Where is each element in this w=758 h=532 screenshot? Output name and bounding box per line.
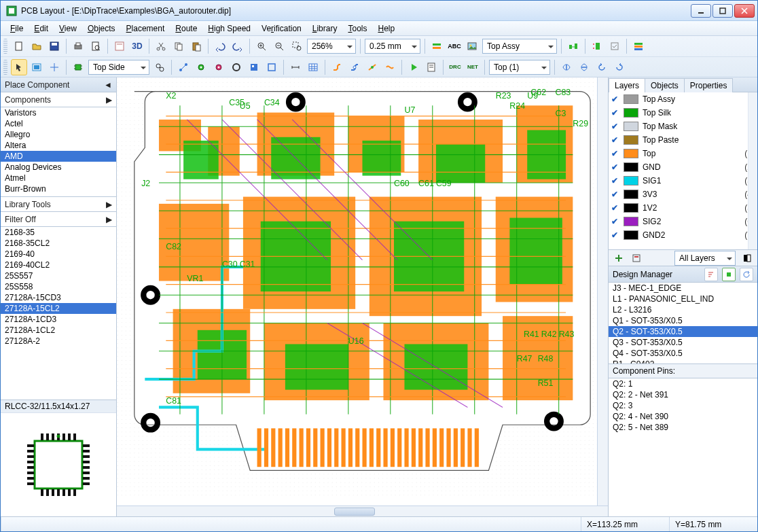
library-item[interactable]: AMD: [1, 151, 116, 162]
titles-button[interactable]: [111, 38, 128, 54]
pin-item[interactable]: Q2: 1: [609, 378, 757, 389]
layer-filter-select[interactable]: All Layers: [674, 251, 736, 266]
layer-row[interactable]: ✔3V3(4): [609, 188, 757, 201]
free-trace-button[interactable]: [382, 59, 398, 75]
dm-item[interactable]: L2 - L3216: [609, 304, 757, 315]
part-item[interactable]: 25S557: [1, 270, 116, 281]
layer-setup-button[interactable]: [630, 38, 647, 54]
part-item[interactable]: 2168-35: [1, 227, 116, 238]
library-item[interactable]: Actel: [1, 118, 116, 129]
backannotate-button[interactable]: [589, 38, 605, 54]
layer-row[interactable]: ✔GND2(7): [609, 228, 757, 242]
layer-row[interactable]: ✔Top Paste: [609, 133, 757, 147]
layer-swatch[interactable]: [624, 217, 638, 226]
part-item[interactable]: 27128A-1CL2: [1, 325, 116, 336]
pin-item[interactable]: Q2: 4 - Net 390: [609, 411, 757, 422]
layer-visible-check[interactable]: ✔: [611, 162, 624, 172]
save-button[interactable]: [46, 38, 62, 54]
layer-visible-check[interactable]: ✔: [611, 149, 624, 158]
library-tools-header[interactable]: Library Tools ▶: [1, 197, 116, 212]
tab-layers[interactable]: Layers: [609, 78, 645, 92]
part-item[interactable]: 2168-35CL2: [1, 238, 116, 249]
toolbar2-grip[interactable]: [3, 60, 7, 75]
add-node-button[interactable]: [364, 59, 380, 75]
dm-item[interactable]: Q4 - SOT-353/X0.5: [609, 348, 757, 359]
mounthole-button[interactable]: [228, 59, 245, 75]
canvas-hscroll[interactable]: [117, 506, 608, 516]
zoom-window-button[interactable]: [289, 38, 305, 54]
library-item[interactable]: Analog Devices: [1, 162, 116, 173]
layers-list[interactable]: ✔Top Assy✔Top Silk✔Top Mask✔Top Paste✔To…: [609, 92, 757, 250]
menu-highspeed[interactable]: High Speed: [202, 22, 256, 35]
canvas-vscroll[interactable]: [597, 77, 608, 506]
zoom-select[interactable]: 256%: [307, 39, 356, 54]
dm-item[interactable]: Q2 - SOT-353/X0.5: [609, 326, 757, 337]
layer-visible-check[interactable]: ✔: [611, 94, 624, 104]
cut-button[interactable]: [153, 38, 169, 54]
layer-swatch[interactable]: [624, 230, 638, 240]
pin-item[interactable]: Q2: 3: [609, 400, 757, 411]
route-manual-button[interactable]: [329, 59, 345, 75]
toolbar-grip[interactable]: [3, 39, 7, 54]
layer-row[interactable]: ✔Top Assy: [609, 92, 757, 106]
menu-verification[interactable]: Verification: [256, 22, 307, 35]
layer-row[interactable]: ✔Top(1): [609, 147, 757, 160]
dm-item[interactable]: R1 - C0402: [609, 359, 757, 364]
pad-button[interactable]: [193, 59, 209, 75]
library-item[interactable]: Atmel: [1, 173, 116, 183]
edit-trace-button[interactable]: [346, 59, 363, 75]
layer-swatch[interactable]: [624, 94, 638, 104]
place-component-button[interactable]: [70, 59, 86, 75]
dm-item[interactable]: J3 - MEC-1_EDGE: [609, 283, 757, 294]
layer-visible-check[interactable]: ✔: [611, 190, 624, 199]
menu-view[interactable]: View: [54, 22, 82, 35]
renew-button[interactable]: [565, 38, 581, 54]
3d-button[interactable]: 3D: [129, 38, 145, 54]
preview-button[interactable]: [88, 38, 104, 54]
filter-header[interactable]: Filter Off ▶: [1, 212, 116, 227]
abc-button[interactable]: ABC: [446, 38, 463, 54]
ratline-button[interactable]: [175, 59, 192, 75]
active-layer-select[interactable]: Top (1): [489, 60, 550, 75]
dm-item[interactable]: L1 - PANASONIC_ELL_IND: [609, 294, 757, 304]
library-item[interactable]: Varistors: [1, 107, 116, 118]
layers-vscroll[interactable]: [748, 92, 757, 249]
part-item[interactable]: 2169-40: [1, 249, 116, 260]
layer-row[interactable]: ✔Top Silk: [609, 106, 757, 120]
layer-display-button[interactable]: [429, 38, 445, 54]
check-drc-button[interactable]: DRC: [447, 59, 463, 75]
flip-h-button[interactable]: [558, 59, 575, 75]
paste-button[interactable]: [188, 38, 204, 54]
library-item[interactable]: Burr-Brown: [1, 183, 116, 194]
layer-visible-check[interactable]: ✔: [611, 217, 624, 226]
pin-item[interactable]: Q2: 5 - Net 389: [609, 422, 757, 433]
part-item[interactable]: 27128A-2: [1, 336, 116, 347]
library-item[interactable]: Altera: [1, 140, 116, 151]
part-item[interactable]: 2169-40CL2: [1, 260, 116, 270]
minimize-button[interactable]: [691, 4, 711, 18]
part-item[interactable]: 25S558: [1, 281, 116, 292]
layer-swatch[interactable]: [624, 190, 638, 199]
layer-swatch[interactable]: [624, 122, 638, 131]
open-button[interactable]: [29, 38, 45, 54]
layer-swatch[interactable]: [624, 203, 638, 213]
dm-item[interactable]: Q1 - SOT-353/X0.5: [609, 315, 757, 326]
menu-objects[interactable]: Objects: [82, 22, 121, 35]
layer-row[interactable]: ✔SIG1(3): [609, 174, 757, 188]
parts-list[interactable]: 2168-352168-35CL22169-402169-40CL225S557…: [1, 227, 116, 400]
panel-button[interactable]: [29, 59, 45, 75]
tab-objects[interactable]: Objects: [645, 78, 685, 92]
zoom-out-button[interactable]: [271, 38, 287, 54]
side-select[interactable]: Top Side: [88, 60, 149, 75]
table-button[interactable]: [305, 59, 321, 75]
menu-route[interactable]: Route: [170, 22, 202, 35]
layer-visible-check[interactable]: ✔: [611, 122, 624, 131]
layer-row[interactable]: ✔1V2(5): [609, 201, 757, 215]
menu-library[interactable]: Library: [307, 22, 343, 35]
menu-placement[interactable]: Placement: [121, 22, 170, 35]
layer-swatch[interactable]: [624, 176, 638, 185]
part-item[interactable]: 27128A-15CL2: [1, 303, 116, 314]
place-component-header[interactable]: Place Component ◄: [1, 77, 116, 92]
pins-list[interactable]: Q2: 1Q2: 2 - Net 391Q2: 3Q2: 4 - Net 390…: [609, 378, 757, 516]
zoom-in-button[interactable]: [253, 38, 270, 54]
